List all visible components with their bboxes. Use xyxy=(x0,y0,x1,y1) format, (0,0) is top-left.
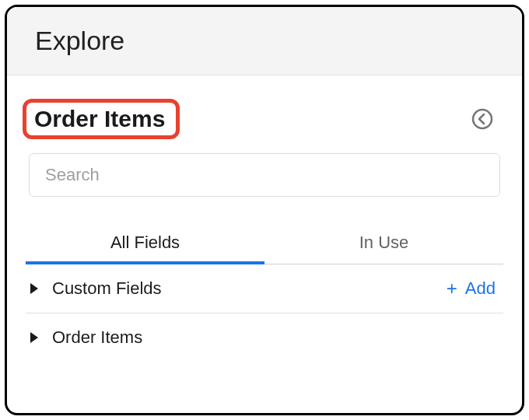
section-label: Custom Fields xyxy=(52,278,447,299)
explore-panel: Explore Order Items All Fields In Use Cu… xyxy=(5,5,524,415)
tab-in-use[interactable]: In Use xyxy=(264,223,503,264)
chevron-left-circle-icon xyxy=(471,107,494,131)
search-container xyxy=(26,153,503,197)
add-label: Add xyxy=(465,278,496,299)
explore-name: Order Items xyxy=(34,106,165,132)
caret-right-icon xyxy=(30,332,38,343)
field-tabs: All Fields In Use xyxy=(26,223,503,264)
add-custom-field-button[interactable]: + Add xyxy=(447,278,500,299)
explore-name-highlight: Order Items xyxy=(23,99,180,139)
tab-all-fields[interactable]: All Fields xyxy=(26,223,264,264)
explore-title-row: Order Items xyxy=(26,99,503,139)
caret-right-icon xyxy=(30,283,38,294)
panel-header: Explore xyxy=(7,7,522,75)
panel-title: Explore xyxy=(35,26,494,56)
section-order-items[interactable]: Order Items xyxy=(26,313,503,362)
svg-point-0 xyxy=(473,110,492,128)
search-input[interactable] xyxy=(29,153,500,197)
section-label: Order Items xyxy=(52,327,500,348)
section-custom-fields[interactable]: Custom Fields + Add xyxy=(26,264,503,313)
panel-content: Order Items All Fields In Use Custom Fie… xyxy=(7,75,522,413)
plus-icon: + xyxy=(447,279,457,298)
collapse-button[interactable] xyxy=(469,106,496,132)
